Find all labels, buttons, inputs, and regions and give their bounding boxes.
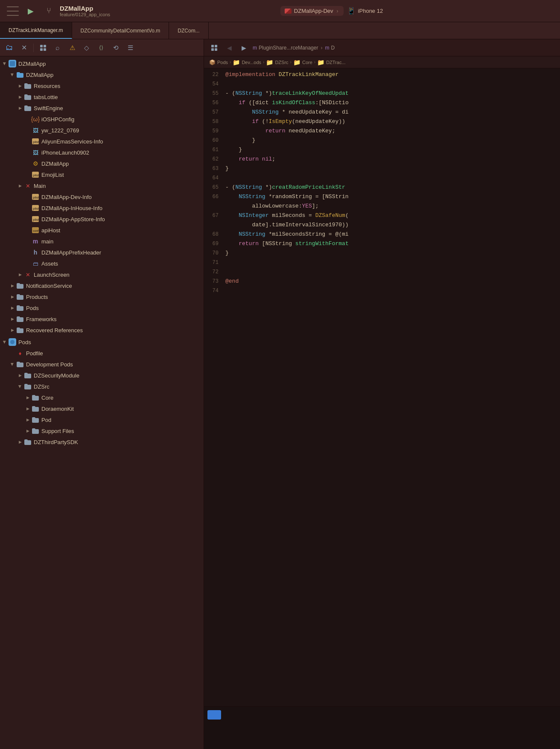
- plist-icon: plist: [32, 204, 39, 212]
- line-number: 64: [204, 173, 225, 183]
- cbc-chevron2: ›: [263, 60, 264, 64]
- svg-text:plist: plist: [33, 196, 39, 199]
- tree-item-dzmallapp-gear[interactable]: ▶ ⚙ DZMallApp: [0, 158, 204, 169]
- tab-dztracklink[interactable]: DZTrackLinkManager.m: [0, 22, 72, 39]
- code-line-59: 59 return needUpdateKey;: [204, 126, 560, 136]
- tree-item-aliyun[interactable]: ▶ plist AliyunEmasServices-Info: [0, 136, 204, 147]
- tree-item-doraemonkit[interactable]: ▶ DoraemonKit: [0, 403, 204, 414]
- tree-item-dzthirdparty[interactable]: ▶ DZThirdPartySDK: [0, 436, 204, 448]
- tree-item-launchscreen[interactable]: ▶ ✕ LaunchScreen: [0, 269, 204, 280]
- device-name: iPhone 12: [358, 8, 383, 14]
- tree-item-dev-info[interactable]: ▶ plist DZMallApp-Dev-Info: [0, 191, 204, 202]
- tree-item-emojilist[interactable]: ▶ plist EmojiList: [0, 169, 204, 180]
- scheme-selector[interactable]: DZMallApp-Dev ›: [280, 6, 344, 16]
- cbc-core: Core: [302, 60, 312, 65]
- line-code: @end: [225, 277, 560, 286]
- code-line-66b: allowLowercase:YES];: [204, 202, 560, 211]
- tree-label: AliyunEmasServices-Info: [41, 138, 103, 145]
- tree-item-main-m[interactable]: ▶ m main: [0, 236, 204, 247]
- tree-item-main[interactable]: ▶ ✕ Main: [0, 180, 204, 191]
- history-icon[interactable]: ⟲: [110, 42, 122, 54]
- tree-arrow: ▶: [9, 294, 15, 300]
- search-nav-icon[interactable]: ⌕: [52, 42, 64, 54]
- line-code: }: [225, 164, 560, 173]
- tree-item-appstore-info[interactable]: ▶ plist DZMallApp-AppStore-Info: [0, 214, 204, 225]
- tab-dzcommunity[interactable]: DZCommunityDetailCommentVo.m: [72, 22, 169, 39]
- editor-back-btn[interactable]: ◀: [224, 42, 235, 53]
- tree-item-tabslottie[interactable]: ▶ tabsLottie: [0, 91, 204, 102]
- tree-item-pod[interactable]: ▶ Pod: [0, 414, 204, 425]
- tree-item-pods-folder[interactable]: ▶ Pods: [0, 302, 204, 313]
- tree-item-prefix-header[interactable]: ▶ h DZMallAppPrefixHeader: [0, 247, 204, 258]
- line-code: NSString * needUpdateKey = di: [225, 108, 560, 117]
- editor-grid-btn[interactable]: [208, 42, 220, 54]
- folder-icon: [24, 93, 32, 101]
- folder-nav-icon[interactable]: 🗂: [3, 42, 15, 54]
- cbc-dzsrc: DZSrc: [275, 60, 288, 65]
- folder-icon: [16, 282, 24, 290]
- svg-rect-1: [44, 45, 46, 47]
- tree-item-core[interactable]: ▶ Core: [0, 392, 204, 403]
- tree-label: Recovered References: [26, 327, 83, 334]
- code-line-68: 68 NSString *milSecondsString = @(mi: [204, 230, 560, 239]
- tree-item-development-pods[interactable]: ▶ Development Pods: [0, 359, 204, 370]
- tree-item-dzsrc[interactable]: ▶ DZSrc: [0, 381, 204, 392]
- code-line-67b: date].timeIntervalSince1970)): [204, 220, 560, 230]
- tree-item-iphonelaunch[interactable]: ▶ 🖼 iPhoneLaunch0902: [0, 147, 204, 158]
- code-line-74: 74: [204, 286, 560, 296]
- tree-item-support-files[interactable]: ▶ Support Files: [0, 425, 204, 436]
- device-selector[interactable]: 📱 iPhone 12: [347, 7, 383, 15]
- tree-item-dzmallapp-folder[interactable]: ▶ DZMallApp: [0, 69, 204, 80]
- code-line-66: 66 NSString *randomString = [NSStrin: [204, 192, 560, 202]
- tree-arrow: ▶: [9, 305, 15, 311]
- tree-item-swiftengine[interactable]: ▶ SwiftEngine: [0, 102, 204, 114]
- tab-dzcom[interactable]: DZCom...: [169, 22, 208, 39]
- line-number: 69: [204, 239, 225, 249]
- tree-item-products[interactable]: ▶ Products: [0, 291, 204, 302]
- grid-nav-icon[interactable]: [37, 42, 49, 54]
- tab-bar: DZTrackLinkManager.m DZCommunityDetailCo…: [0, 22, 560, 39]
- code-editor[interactable]: 22 @implementation DZTrackLinkManager 54…: [204, 68, 560, 706]
- svg-rect-22: [211, 48, 214, 51]
- tree-item-inhouse-info[interactable]: ▶ plist DZMallApp-InHouse-Info: [0, 202, 204, 214]
- plist-icon: plist: [32, 171, 39, 178]
- tree-item-apihost[interactable]: ▶ conf apiHost: [0, 225, 204, 236]
- code-line-63: 63 }: [204, 164, 560, 173]
- play-button[interactable]: ▶: [24, 4, 38, 18]
- tree-arrow: ▶: [2, 61, 8, 67]
- tree-item-resources[interactable]: ▶ Resources: [0, 80, 204, 91]
- tree-item-pods-root[interactable]: ▶ Pods: [0, 336, 204, 348]
- tree-arrow: ▶: [9, 327, 15, 333]
- app-branch: feature/0129_app_icons: [60, 12, 110, 17]
- tree-item-recovered[interactable]: ▶ Recovered References: [0, 325, 204, 336]
- tree-item-dzsecurity[interactable]: ▶ DZSecurityModule: [0, 370, 204, 381]
- editor-forward-btn[interactable]: ▶: [238, 42, 249, 53]
- editor-toolbar: ◀ ▶ m PluginShare...rceManager › m D: [204, 39, 560, 56]
- folder-icon: [16, 71, 24, 79]
- list-nav-icon[interactable]: ☰: [124, 42, 136, 54]
- tree-item-ioshpconfig[interactable]: ▶ {ω} iOSHPConfig: [0, 114, 204, 125]
- code-snippet-icon[interactable]: ⟨⟩: [95, 42, 107, 54]
- tree-arrow: ▶: [9, 361, 15, 367]
- folder-icon: [16, 304, 24, 312]
- code-line-62: 62 return nil;: [204, 155, 560, 164]
- tree-item-podfile[interactable]: ▶ ♦ Podfile: [0, 348, 204, 359]
- tree-item-frameworks[interactable]: ▶ Frameworks: [0, 313, 204, 325]
- tree-item-dzmallapp-root[interactable]: ▶ DZMallApp: [0, 58, 204, 69]
- sidebar-toggle-button[interactable]: [7, 6, 19, 16]
- warning-nav-icon[interactable]: ⚠: [66, 42, 78, 54]
- tree-item-assets[interactable]: ▶ 🗃 Assets: [0, 258, 204, 269]
- tree-item-notificationservice[interactable]: ▶ NotificationService: [0, 280, 204, 291]
- diamond-nav-icon[interactable]: ◇: [81, 42, 93, 54]
- app-title: DZMallApp: [60, 5, 110, 12]
- tab-label: DZCommunityDetailCommentVo.m: [81, 28, 160, 34]
- code-line-71: 71: [204, 258, 560, 267]
- folder-icon: [24, 82, 32, 90]
- line-number: 59: [204, 126, 225, 136]
- tree-item-yw1222[interactable]: ▶ 🖼 yw_1222_0769: [0, 125, 204, 136]
- line-number: 71: [204, 258, 225, 267]
- eb-plugin-share: PluginShare...rceManager: [259, 45, 318, 51]
- code-line-64: 64: [204, 173, 560, 183]
- close-filter-icon[interactable]: ✕: [18, 42, 30, 54]
- line-code: @implementation DZTrackLinkManager: [225, 70, 560, 79]
